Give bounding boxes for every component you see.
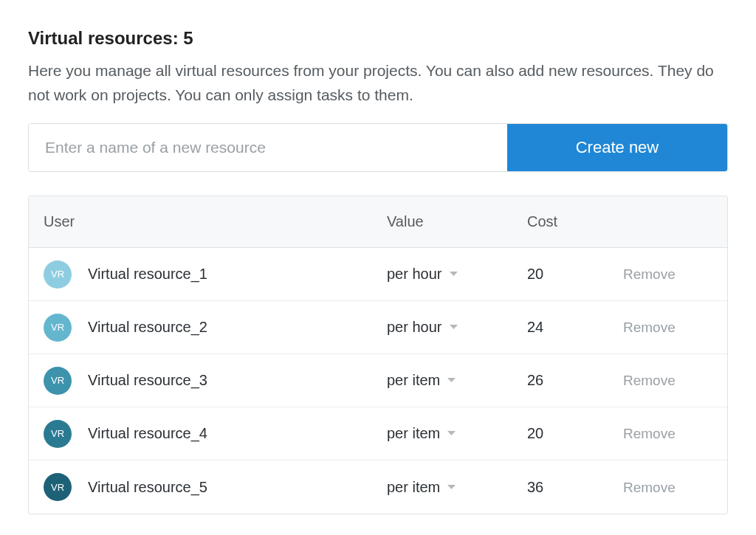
- table-row: VRVirtual resource_5per item36Remove: [29, 460, 727, 514]
- value-dropdown[interactable]: per item: [387, 479, 527, 496]
- user-cell: VRVirtual resource_2: [44, 314, 387, 342]
- column-header-user: User: [44, 213, 387, 230]
- column-header-value: Value: [387, 213, 527, 230]
- cost-cell: 20: [527, 425, 623, 442]
- action-cell: Remove: [623, 425, 712, 442]
- avatar: VR: [44, 420, 72, 448]
- chevron-down-icon: [450, 272, 458, 277]
- table-row: VRVirtual resource_4per item20Remove: [29, 407, 727, 460]
- column-header-cost: Cost: [527, 213, 623, 230]
- user-cell: VRVirtual resource_3: [44, 367, 387, 395]
- resource-count: 5: [183, 28, 193, 48]
- resource-name: Virtual resource_5: [88, 479, 207, 496]
- cost-cell: 24: [527, 319, 623, 336]
- cost-cell: 36: [527, 479, 623, 496]
- action-cell: Remove: [623, 319, 712, 336]
- resource-name: Virtual resource_1: [88, 266, 207, 283]
- avatar: VR: [44, 473, 72, 501]
- chevron-down-icon: [447, 485, 456, 490]
- action-cell: Remove: [623, 266, 712, 283]
- value-dropdown[interactable]: per hour: [387, 319, 527, 336]
- create-new-button[interactable]: Create new: [507, 124, 727, 171]
- page-description: Here you manage all virtual resources fr…: [28, 59, 722, 107]
- resource-name: Virtual resource_4: [88, 425, 207, 442]
- remove-button[interactable]: Remove: [623, 266, 676, 283]
- user-cell: VRVirtual resource_5: [44, 473, 387, 501]
- table-row: VRVirtual resource_2per hour24Remove: [29, 301, 727, 354]
- resources-table: User Value Cost VRVirtual resource_1per …: [28, 196, 728, 514]
- cost-cell: 20: [527, 266, 623, 283]
- table-row: VRVirtual resource_3per item26Remove: [29, 354, 727, 407]
- table-row: VRVirtual resource_1per hour20Remove: [29, 248, 727, 301]
- user-cell: VRVirtual resource_4: [44, 420, 387, 448]
- chevron-down-icon: [447, 378, 456, 383]
- resource-name: Virtual resource_2: [88, 319, 207, 336]
- value-dropdown[interactable]: per item: [387, 425, 527, 442]
- title-prefix: Virtual resources:: [28, 28, 183, 48]
- avatar: VR: [44, 314, 72, 342]
- remove-button[interactable]: Remove: [623, 320, 676, 336]
- value-label: per item: [387, 372, 440, 389]
- cost-cell: 26: [527, 372, 623, 389]
- avatar: VR: [44, 367, 72, 395]
- table-header: User Value Cost: [29, 196, 727, 248]
- action-cell: Remove: [623, 479, 712, 496]
- user-cell: VRVirtual resource_1: [44, 260, 387, 289]
- new-resource-name-input[interactable]: [29, 124, 507, 171]
- remove-button[interactable]: Remove: [623, 480, 676, 496]
- value-dropdown[interactable]: per hour: [387, 266, 527, 283]
- avatar: VR: [44, 260, 72, 289]
- value-label: per hour: [387, 266, 442, 283]
- value-label: per hour: [387, 319, 442, 336]
- resource-name: Virtual resource_3: [88, 372, 207, 389]
- remove-button[interactable]: Remove: [623, 426, 676, 442]
- page-title: Virtual resources: 5: [28, 28, 728, 49]
- action-cell: Remove: [623, 372, 712, 389]
- value-label: per item: [387, 425, 440, 442]
- remove-button[interactable]: Remove: [623, 373, 676, 389]
- create-resource-row: Create new: [28, 123, 728, 172]
- chevron-down-icon: [447, 431, 456, 436]
- chevron-down-icon: [450, 325, 458, 330]
- value-label: per item: [387, 479, 440, 496]
- value-dropdown[interactable]: per item: [387, 372, 527, 389]
